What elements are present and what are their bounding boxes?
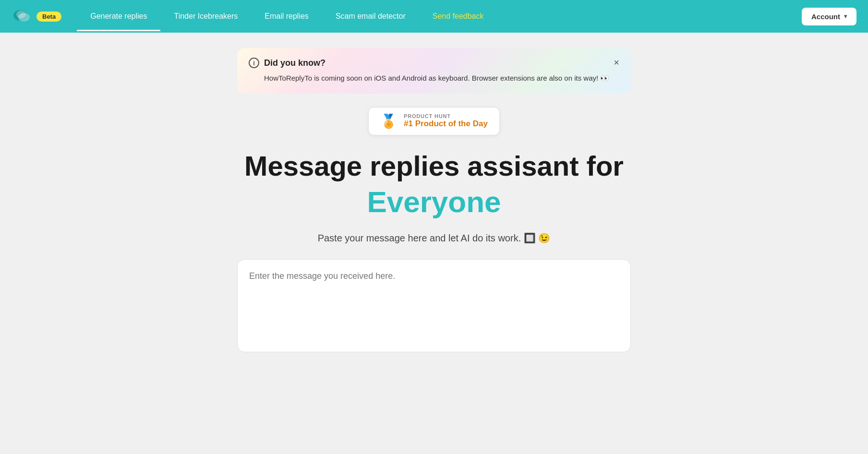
- chevron-down-icon: ▾: [844, 13, 847, 20]
- trophy-icon: 🏅: [380, 113, 397, 129]
- nav-link-send-feedback[interactable]: Send feedback: [419, 1, 497, 31]
- account-button[interactable]: Account ▾: [802, 8, 856, 25]
- hero-title-line1: Message replies assisant for: [244, 151, 624, 181]
- message-textarea[interactable]: [249, 271, 619, 338]
- hero-title-line2: Everyone: [367, 185, 501, 219]
- close-banner-button[interactable]: ×: [612, 56, 621, 69]
- hero-subtitle: Paste your message here and let AI do it…: [318, 232, 551, 244]
- svg-point-2: [16, 11, 26, 18]
- banner-text: HowToReplyTo is coming soon on iOS and A…: [249, 73, 619, 84]
- info-icon: i: [249, 58, 259, 68]
- banner-header: i Did you know?: [249, 58, 619, 68]
- logo-area[interactable]: Beta: [12, 6, 61, 27]
- nav-links: Generate replies Tinder Icebreakers Emai…: [77, 1, 802, 31]
- banner-title: Did you know?: [264, 58, 326, 68]
- notification-banner: i Did you know? HowToReplyTo is coming s…: [237, 48, 631, 94]
- logo-icon: [12, 6, 33, 27]
- main-content: i Did you know? HowToReplyTo is coming s…: [0, 33, 868, 454]
- nav-link-email-replies[interactable]: Email replies: [251, 1, 322, 31]
- message-input-container: [237, 259, 631, 352]
- nav-link-generate-replies[interactable]: Generate replies: [77, 1, 160, 31]
- nav-link-tinder-icebreakers[interactable]: Tinder Icebreakers: [160, 1, 251, 31]
- product-hunt-badge[interactable]: 🏅 PRODUCT HUNT #1 Product of the Day: [368, 107, 500, 135]
- nav-link-scam-detector[interactable]: Scam email detector: [322, 1, 419, 31]
- ph-label: PRODUCT HUNT: [404, 113, 488, 119]
- ph-text: PRODUCT HUNT #1 Product of the Day: [404, 113, 488, 129]
- ph-product: #1 Product of the Day: [404, 119, 488, 129]
- account-label: Account: [811, 12, 840, 21]
- navbar: Beta Generate replies Tinder Icebreakers…: [0, 0, 868, 33]
- beta-badge: Beta: [36, 12, 61, 22]
